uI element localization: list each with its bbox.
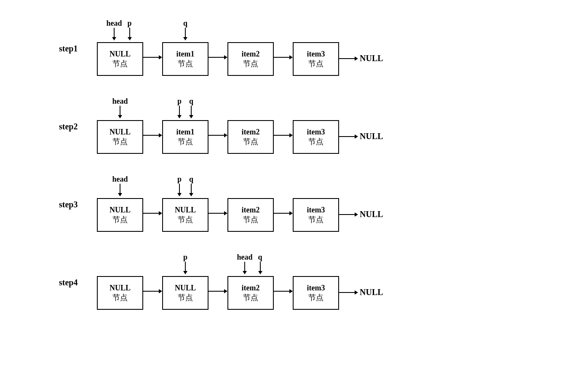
node-bot-step2-n4: 节点 <box>308 137 323 147</box>
pointer-name-q: q <box>189 175 193 184</box>
arrow-0-2 <box>274 53 293 76</box>
node-top-step3-n2: NULL <box>175 206 196 215</box>
node-bot-step1-n3: 节点 <box>243 59 258 69</box>
node-box-step1-n2: item1节点 <box>162 42 208 76</box>
pointer-name-q: q <box>189 97 193 106</box>
svg-marker-1 <box>112 37 116 40</box>
step-row-step4: step4NULL节点 p NULL节点 head q item2节点 item… <box>51 242 556 316</box>
node-bot-step1-n1: 节点 <box>112 59 128 69</box>
node-bot-step3-n1: 节点 <box>112 215 128 225</box>
pointer-area-step4-n4 <box>293 251 339 276</box>
node-top-step4-n1: NULL <box>110 284 131 292</box>
arrow-2-2 <box>274 209 293 232</box>
pointer-name-head: head <box>112 97 128 106</box>
svg-marker-37 <box>224 211 227 215</box>
step-row-step3: step3head NULL节点 p q NULL节点 item2节点 item… <box>51 164 556 238</box>
node-wrapper-step1-n4: item3节点 <box>293 17 339 76</box>
svg-marker-35 <box>189 193 193 196</box>
svg-marker-49 <box>243 271 247 274</box>
svg-marker-41 <box>355 212 358 217</box>
node-wrapper-step2-n4: item3节点 <box>293 95 339 154</box>
pointer-name-p: p <box>177 97 182 106</box>
end-null-step2: NULL <box>339 131 383 154</box>
node-top-step4-n2: NULL <box>175 284 196 292</box>
arrow-3-0 <box>143 287 162 310</box>
pointer-arrow-p <box>126 28 134 42</box>
step-label-step3: step3 <box>59 200 78 209</box>
node-box-step1-n3: item2节点 <box>227 42 274 76</box>
svg-marker-27 <box>355 134 358 139</box>
step-row-step1: step1head p NULL节点 q item1节点 item2节点 ite… <box>51 8 556 82</box>
node-wrapper-step2-n3: item2节点 <box>227 95 274 154</box>
pointer-area-step4-n3: head q <box>227 251 274 276</box>
node-box-step4-n4: item3节点 <box>293 276 339 310</box>
pointer-area-step2-n4 <box>293 95 339 120</box>
node-bot-step1-n2: 节点 <box>178 59 193 69</box>
node-bot-step2-n3: 节点 <box>243 137 258 147</box>
pointer-arrow-head <box>241 262 249 276</box>
node-wrapper-step4-n3: head q item2节点 <box>227 251 274 310</box>
node-wrapper-step4-n4: item3节点 <box>293 251 339 310</box>
step-label-step1: step1 <box>59 44 78 54</box>
node-top-step2-n1: NULL <box>110 128 131 137</box>
node-wrapper-step3-n4: item3节点 <box>293 173 339 232</box>
node-box-step2-n2: item1节点 <box>162 120 208 154</box>
node-bot-step3-n2: 节点 <box>178 215 193 225</box>
node-top-step2-n2: item1 <box>176 128 195 137</box>
node-box-step2-n4: item3节点 <box>293 120 339 154</box>
node-top-step1-n2: item1 <box>176 50 195 59</box>
node-wrapper-step1-n2: q item1节点 <box>162 17 208 76</box>
node-top-step3-n3: item2 <box>242 206 260 215</box>
pointer-area-step3-n3 <box>227 173 274 198</box>
svg-marker-51 <box>258 271 262 274</box>
pointer-name-head: head <box>237 253 252 262</box>
pointer-name-p: p <box>127 19 131 28</box>
node-box-step3-n3: item2节点 <box>227 198 274 232</box>
pointer-name-p: p <box>183 253 187 262</box>
node-box-step4-n3: item2节点 <box>227 276 274 310</box>
svg-marker-19 <box>177 115 182 118</box>
step-label-step2: step2 <box>59 122 78 131</box>
node-box-step3-n2: NULL节点 <box>162 198 208 232</box>
pointer-arrow-q <box>256 262 265 276</box>
svg-marker-39 <box>289 211 293 215</box>
pointer-arrow-head <box>110 28 118 42</box>
arrow-1-1 <box>208 131 227 154</box>
arrow-0-1 <box>208 53 227 76</box>
nodes-area-step2: head NULL节点 p q item1节点 item2节点 item3节点 … <box>97 95 383 154</box>
pointer-area-step3-n1: head <box>97 173 143 198</box>
pointer-arrow-p <box>181 262 190 276</box>
pointer-arrow-p <box>175 106 184 120</box>
nodes-area-step3: head NULL节点 p q NULL节点 item2节点 item3节点 N… <box>97 173 383 232</box>
end-null-step3: NULL <box>339 209 383 232</box>
svg-marker-29 <box>118 193 122 196</box>
node-top-step2-n4: item3 <box>307 128 325 137</box>
svg-marker-3 <box>128 37 132 40</box>
node-bot-step3-n4: 节点 <box>308 215 323 225</box>
pointer-area-step3-n2: p q <box>162 173 208 198</box>
node-wrapper-step3-n2: p q NULL节点 <box>162 173 208 232</box>
node-box-step3-n4: item3节点 <box>293 198 339 232</box>
pointer-arrow-q <box>187 106 195 120</box>
nodes-area-step4: NULL节点 p NULL节点 head q item2节点 item3节点 N… <box>97 251 383 310</box>
arrow-2-1 <box>208 209 227 232</box>
node-bot-step4-n1: 节点 <box>112 292 128 303</box>
node-wrapper-step1-n1: head p NULL节点 <box>97 17 143 76</box>
pointer-arrow-head <box>116 106 124 120</box>
pointer-area-step1-n3 <box>227 17 274 42</box>
pointer-name-head: head <box>106 19 122 28</box>
node-box-step3-n1: NULL节点 <box>97 198 143 232</box>
node-bot-step4-n2: 节点 <box>178 292 193 303</box>
svg-marker-17 <box>159 133 162 137</box>
pointer-area-step4-n2: p <box>162 251 208 276</box>
svg-marker-25 <box>289 133 293 137</box>
end-null-step1: NULL <box>339 54 383 76</box>
node-bot-step3-n3: 节点 <box>243 215 258 225</box>
arrow-0-0 <box>143 53 162 76</box>
node-box-step4-n1: NULL节点 <box>97 276 143 310</box>
step-row-step2: step2head NULL节点 p q item1节点 item2节点 ite… <box>51 86 556 160</box>
pointer-area-step1-n2: q <box>162 17 208 42</box>
pointer-arrow-q <box>181 28 190 42</box>
svg-marker-31 <box>159 211 162 215</box>
pointer-arrow-head <box>116 184 124 198</box>
